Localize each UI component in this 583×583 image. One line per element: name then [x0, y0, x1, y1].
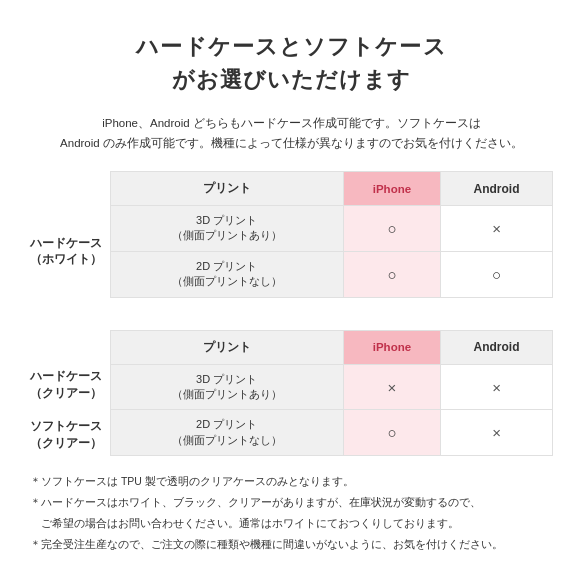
table1-row-label: ハードケース （ホワイト）	[30, 206, 110, 298]
table2-row1-print: 3D プリント （側面プリントあり）	[110, 364, 343, 410]
table1-row1-print: 3D プリント （側面プリントあり）	[110, 206, 343, 252]
note-3: ＊完全受注生産なので、ご注文の際に種類や機種に間違いがないように、お気を付けくだ…	[30, 535, 553, 554]
table2-col-android: Android	[441, 330, 553, 364]
table1: プリント iPhone Android ハードケース （ホワイト） 3D プリン…	[30, 171, 553, 298]
table1-col-android: Android	[441, 172, 553, 206]
table2-row2-print: 2D プリント （側面プリントなし）	[110, 410, 343, 456]
title-line1: ハードケースとソフトケース	[136, 34, 446, 59]
table2-row2-android: ×	[441, 410, 553, 456]
table2: プリント iPhone Android ハードケース （クリアー） ソフトケース…	[30, 330, 553, 457]
table1-col-iphone: iPhone	[343, 172, 440, 206]
table1-row2-print: 2D プリント （側面プリントなし）	[110, 251, 343, 297]
table1-row2-iphone: ○	[343, 251, 440, 297]
table1-row1-iphone: ○	[343, 206, 440, 252]
table-row: ハードケース （ホワイト） 3D プリント （側面プリントあり） ○ ×	[30, 206, 553, 252]
note-2b: ご希望の場合はお問い合わせください。通常はホワイトにておつくりしております。	[30, 514, 553, 533]
table2-row-label: ハードケース （クリアー） ソフトケース （クリアー）	[30, 364, 110, 456]
table1-col-print: プリント	[110, 172, 343, 206]
table1-section: プリント iPhone Android ハードケース （ホワイト） 3D プリン…	[30, 171, 553, 298]
table2-row2-iphone: ○	[343, 410, 440, 456]
description: iPhone、Android どちらもハードケース作成可能です。ソフトケースは …	[30, 114, 553, 153]
table-row: ハードケース （クリアー） ソフトケース （クリアー） 3D プリント （側面プ…	[30, 364, 553, 410]
table2-col-iphone: iPhone	[343, 330, 440, 364]
table2-section: プリント iPhone Android ハードケース （クリアー） ソフトケース…	[30, 330, 553, 457]
note-1: ＊ソフトケースは TPU 製で透明のクリアケースのみとなります。	[30, 472, 553, 491]
table1-row2-android: ○	[441, 251, 553, 297]
table2-row1-iphone: ×	[343, 364, 440, 410]
table2-row1-android: ×	[441, 364, 553, 410]
title-line2: がお選びいただけます	[172, 67, 412, 92]
description-text: iPhone、Android どちらもハードケース作成可能です。ソフトケースは …	[60, 117, 523, 149]
notes-section: ＊ソフトケースは TPU 製で透明のクリアケースのみとなります。 ＊ハードケース…	[30, 472, 553, 554]
table2-col-print: プリント	[110, 330, 343, 364]
main-title: ハードケースとソフトケース がお選びいただけます	[30, 30, 553, 96]
table1-row1-android: ×	[441, 206, 553, 252]
note-2: ＊ハードケースはホワイト、ブラック、クリアーがありますが、在庫状況が変動するので…	[30, 493, 553, 512]
